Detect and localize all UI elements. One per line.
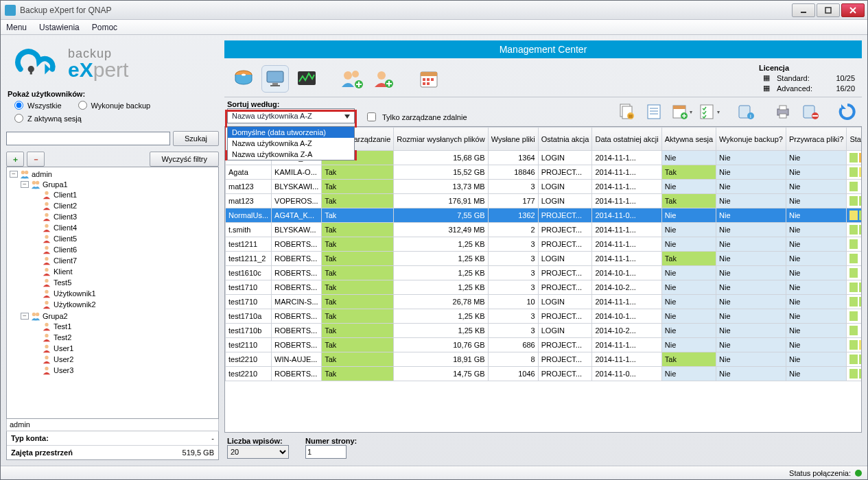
column-header[interactable]: Przywraca pliki? (786, 128, 846, 151)
table-row[interactable]: AgataKAMILA-O...Tak15,52 GB18846PROJECT.… (226, 165, 863, 180)
svg-point-17 (45, 268, 48, 272)
svg-point-24 (45, 334, 48, 337)
minimize-button[interactable] (792, 3, 815, 17)
sort-select[interactable]: Nazwa użytkownika A-Z (227, 108, 355, 123)
table-row[interactable]: test1710MARCIN-S...Tak26,78 MB10LOGIN201… (226, 295, 863, 309)
svg-point-20 (45, 301, 48, 304)
svg-rect-33 (270, 85, 280, 86)
table-row[interactable]: test2210ROBERTS...Tak14,75 GB1046PROJECT… (226, 367, 863, 381)
remote-only-checkbox[interactable]: Tylko zarządzane zdalnie (364, 110, 467, 123)
checklist-icon[interactable] (697, 100, 720, 123)
printer-icon[interactable] (771, 100, 795, 123)
table-row[interactable]: test1211ROBERTS...Tak1,25 KB3PROJECT...2… (226, 237, 863, 252)
close-button[interactable] (841, 3, 865, 17)
tree-user[interactable]: Client4 (32, 223, 217, 232)
tree-group[interactable]: −Grupa1 (21, 180, 217, 189)
doc-lock-icon[interactable] (615, 100, 638, 123)
column-header[interactable]: Rozmiar wysłanych plików (394, 128, 488, 151)
column-header[interactable]: Status backupów (847, 128, 862, 151)
table-row[interactable]: test1710aROBERTS...Tak1,25 KB3PROJECT...… (226, 309, 863, 324)
column-header[interactable]: Aktywna sesja (661, 128, 716, 151)
disk-icon[interactable] (230, 65, 257, 93)
data-table[interactable]: NazwaKomputerZdalne zarządzanieRozmiar w… (224, 126, 862, 433)
clear-filter-button[interactable]: Wyczyść filtry (150, 152, 219, 167)
server-info-icon[interactable]: i (734, 100, 758, 123)
chart-icon[interactable] (293, 65, 320, 93)
page-number-input[interactable] (305, 445, 347, 459)
sort-dropdown[interactable]: Domyślne (data utworzenia) Nazwa użytkow… (227, 126, 355, 160)
svg-text:i: i (750, 113, 751, 119)
sort-label: Sortuj według: (227, 100, 355, 108)
svg-point-8 (32, 181, 36, 184)
table-row[interactable]: test2110ROBERTS...Tak10,76 GB686PROJECT.… (226, 338, 863, 352)
table-row[interactable]: NormalUs...AG4TA_K...Tak7,55 GB1362PROJE… (226, 208, 863, 223)
refresh-icon[interactable] (836, 100, 859, 123)
svg-rect-5 (30, 69, 32, 75)
tree-user[interactable]: Użytkownik1 (32, 289, 217, 298)
calendar-icon[interactable] (415, 65, 443, 93)
tree-user[interactable]: Client3 (32, 212, 217, 221)
tree-user[interactable]: Test1 (32, 322, 217, 331)
users-add-icon[interactable] (338, 65, 366, 93)
tree-user[interactable]: Klient (32, 267, 217, 276)
table-row[interactable]: test1710bROBERTS...Tak1,25 KB3LOGIN2014-… (226, 324, 863, 338)
svg-rect-63 (779, 106, 786, 110)
menu-item[interactable]: Pomoc (92, 23, 117, 32)
table-row[interactable]: test1211_2ROBERTS...Tak1,25 KB3LOGIN2014… (226, 252, 863, 266)
table-row[interactable]: mat123BLYSKAWI...Tak13,73 MB3LOGIN2014-1… (226, 180, 863, 194)
tree-root[interactable]: −admin (10, 169, 217, 179)
table-row[interactable]: test1710ROBERTS...Tak1,25 KB3PROJECT...2… (226, 280, 863, 295)
tree-user[interactable]: Client2 (32, 201, 217, 211)
tree-user[interactable]: Użytkownik2 (32, 300, 217, 309)
tree-user[interactable]: Client7 (32, 256, 217, 265)
menu-item[interactable]: Menu (6, 23, 27, 32)
tree-user[interactable]: Test2 (32, 333, 217, 342)
account-stats: Typ konta:- Zajęta przestrzeń519,5 GB (6, 431, 219, 460)
calendar-add-icon[interactable] (670, 100, 693, 123)
window-title: Backup eXpert for QNAP (20, 5, 792, 15)
tree-user[interactable]: Client1 (32, 190, 217, 200)
svg-point-18 (45, 279, 48, 283)
radio-backup[interactable]: Wykonuje backup (78, 101, 151, 110)
column-header[interactable]: Wykonuje backup? (716, 128, 786, 151)
tree-user[interactable]: User1 (32, 344, 217, 353)
sort-option[interactable]: Domyślne (data utworzenia) (228, 127, 354, 138)
tree-user[interactable]: Client6 (32, 245, 217, 254)
tree-group[interactable]: −Grupa2 (21, 311, 217, 321)
statusbar: Status połączenia: (1, 466, 867, 479)
radio-all[interactable]: Wszystkie (14, 101, 62, 110)
connection-status-icon (855, 470, 862, 477)
maximize-button[interactable] (817, 3, 840, 17)
svg-point-21 (32, 313, 36, 316)
column-header[interactable]: Data ostatniej akcji (592, 128, 661, 151)
svg-rect-56 (673, 106, 685, 109)
tree-user[interactable]: Test5 (32, 278, 217, 287)
form-icon[interactable] (642, 100, 666, 123)
menu-item[interactable]: Ustawienia (39, 23, 80, 32)
titlebar[interactable]: Backup eXpert for QNAP (1, 1, 867, 20)
svg-rect-31 (267, 71, 283, 82)
sort-option[interactable]: Nazwa użytkownika Z-A (228, 149, 354, 160)
table-row[interactable]: test1610cROBERTS...Tak1,25 KB3PROJECT...… (226, 266, 863, 280)
table-row[interactable]: t.smithBLYSKAW...Tak312,49 MB2PROJECT...… (226, 223, 863, 237)
svg-rect-43 (427, 78, 430, 81)
page-size-select[interactable]: 20 (227, 445, 289, 459)
table-row[interactable]: test2210WIN-AUJE...Tak18,91 GB8PROJECT..… (226, 352, 863, 367)
sort-option[interactable]: Nazwa użytkownika A-Z (228, 138, 354, 149)
tree-user[interactable]: User3 (32, 365, 217, 375)
table-row[interactable]: mat123VOPEROS...Tak176,91 MB177LOGIN2014… (226, 194, 863, 208)
column-header[interactable]: Ostatnia akcja (538, 128, 592, 151)
user-add-icon[interactable] (370, 65, 397, 93)
search-input[interactable] (6, 132, 170, 145)
server-remove-icon[interactable] (799, 100, 822, 123)
svg-point-30 (242, 74, 246, 76)
svg-point-12 (45, 213, 48, 217)
monitor-icon[interactable] (261, 65, 289, 93)
column-header[interactable]: Wysłane pliki (488, 128, 538, 151)
tree-user[interactable]: User2 (32, 355, 217, 364)
search-button[interactable]: Szukaj (173, 131, 219, 146)
tree-user[interactable]: Client5 (32, 234, 217, 243)
user-tree[interactable]: −admin−Grupa1Client1Client2Client3Client… (6, 167, 219, 419)
svg-rect-51 (648, 105, 660, 119)
radio-active[interactable]: Z aktywną sesją (14, 114, 219, 123)
